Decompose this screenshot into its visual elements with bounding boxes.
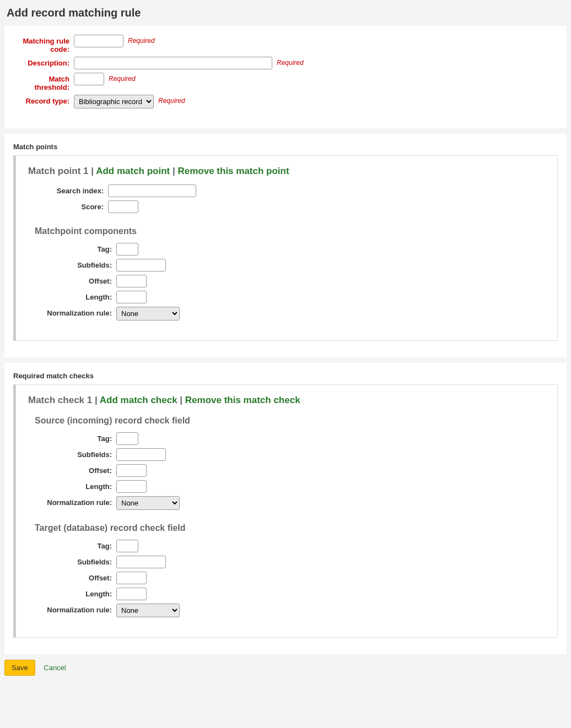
mp-norm-select[interactable]: None (116, 307, 180, 320)
record-type-select[interactable]: Bibliographic record (74, 95, 154, 108)
tgt-tag-label: Tag: (28, 540, 116, 550)
tgt-tag-input[interactable] (116, 540, 138, 552)
match-point-heading: Match point 1 | Add match point | Remove… (28, 166, 545, 177)
main-fieldset: Matching rule code: Required Description… (4, 26, 567, 128)
mp-subfields-label: Subfields: (28, 259, 116, 269)
mp-tag-label: Tag: (28, 243, 116, 253)
required-hint: Required (277, 57, 304, 67)
tgt-subfields-label: Subfields: (28, 556, 116, 566)
mp-offset-label: Offset: (28, 275, 116, 285)
match-check-block: Match check 1 | Add match check | Remove… (13, 384, 558, 638)
score-label: Score: (28, 200, 108, 211)
description-input[interactable] (74, 57, 272, 69)
save-button[interactable]: Save (4, 660, 35, 676)
mp-subfields-input[interactable] (116, 259, 166, 271)
src-tag-input[interactable] (116, 432, 138, 445)
match-checks-title: Required match checks (13, 372, 558, 380)
tgt-norm-label: Normalization rule: (28, 604, 116, 614)
src-offset-input[interactable] (116, 464, 147, 477)
add-match-point-link[interactable]: Add match point (96, 166, 170, 176)
search-index-input[interactable] (108, 184, 196, 197)
mp-tag-input[interactable] (116, 243, 138, 256)
record-type-label: Record type: (13, 95, 74, 105)
src-length-input[interactable] (116, 480, 147, 493)
form-actions: Save Cancel (4, 660, 567, 676)
tgt-offset-label: Offset: (28, 572, 116, 582)
score-input[interactable] (108, 200, 138, 213)
match-threshold-label: Match threshold: (13, 73, 74, 91)
tgt-length-input[interactable] (116, 588, 147, 600)
add-match-check-link[interactable]: Add match check (100, 395, 177, 405)
match-threshold-input[interactable] (74, 73, 104, 85)
src-subfields-input[interactable] (116, 448, 166, 461)
tgt-subfields-input[interactable] (116, 556, 166, 568)
src-subfields-label: Subfields: (28, 448, 116, 459)
mp-offset-input[interactable] (116, 275, 147, 287)
match-points-panel: Match points Match point 1 | Add match p… (4, 134, 567, 357)
matchpoint-components-title: Matchpoint components (35, 226, 545, 236)
matching-rule-code-label: Matching rule code: (13, 35, 74, 53)
tgt-length-label: Length: (28, 588, 116, 598)
required-hint: Required (109, 73, 136, 83)
mp-norm-label: Normalization rule: (28, 307, 116, 317)
matching-rule-code-input[interactable] (74, 35, 123, 47)
description-label: Description: (13, 57, 74, 67)
search-index-label: Search index: (28, 184, 108, 195)
src-length-label: Length: (28, 480, 116, 491)
remove-match-check-link[interactable]: Remove this match check (185, 395, 300, 405)
tgt-norm-select[interactable]: None (116, 604, 180, 617)
match-points-title: Match points (13, 143, 558, 151)
src-norm-label: Normalization rule: (28, 496, 116, 507)
tgt-offset-input[interactable] (116, 572, 147, 584)
match-check-heading: Match check 1 | Add match check | Remove… (28, 395, 545, 406)
src-tag-label: Tag: (28, 432, 116, 443)
target-check-title: Target (database) record check field (35, 523, 545, 533)
remove-match-point-link[interactable]: Remove this match point (177, 166, 289, 176)
mp-length-label: Length: (28, 291, 116, 301)
src-offset-label: Offset: (28, 464, 116, 475)
match-point-block: Match point 1 | Add match point | Remove… (13, 155, 558, 341)
required-hint: Required (128, 35, 155, 45)
cancel-link[interactable]: Cancel (44, 664, 66, 672)
required-hint: Required (158, 95, 185, 105)
source-check-title: Source (incoming) record check field (35, 416, 545, 426)
mp-length-input[interactable] (116, 291, 147, 303)
match-checks-panel: Required match checks Match check 1 | Ad… (4, 363, 567, 654)
page-title: Add record matching rule (7, 7, 567, 19)
src-norm-select[interactable]: None (116, 496, 180, 510)
